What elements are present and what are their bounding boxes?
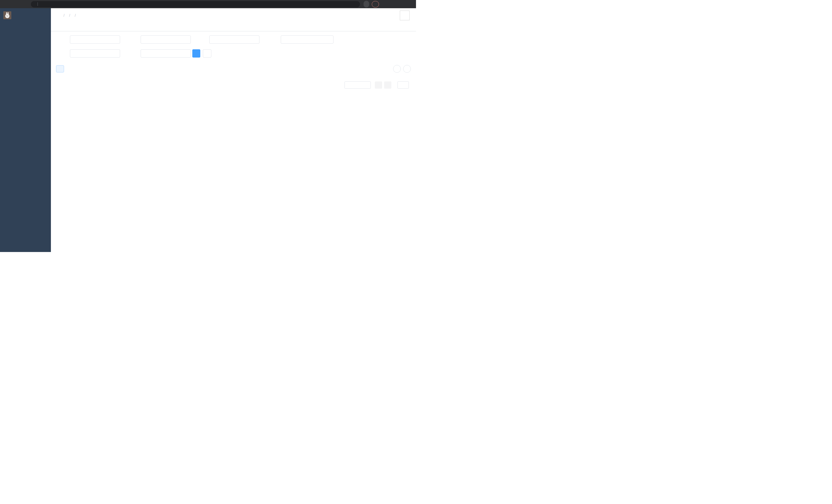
refresh-table-button[interactable] (403, 65, 411, 73)
filter-row-2 (56, 49, 411, 58)
category-select[interactable] (209, 35, 259, 44)
table-tools (393, 65, 411, 73)
table-toolbar (56, 65, 411, 73)
pagination (56, 81, 411, 89)
logo (0, 8, 51, 22)
sidebar (0, 8, 51, 252)
start-process-button[interactable] (56, 65, 64, 73)
page-size-select[interactable] (344, 81, 371, 89)
screen: / / / (0, 0, 416, 252)
breadcrumb-separator: / (69, 13, 70, 18)
browser-back-icon[interactable] (3, 1, 9, 7)
incognito-badge (364, 1, 369, 7)
update-button[interactable] (372, 1, 379, 7)
browser-home-icon[interactable] (23, 1, 29, 7)
browser-forward-icon[interactable] (9, 1, 16, 7)
reset-button[interactable] (203, 49, 211, 58)
address-divider (37, 2, 38, 6)
breadcrumb-separator: / (75, 13, 76, 18)
submit-time-range-input[interactable] (281, 35, 334, 44)
process-name-input[interactable] (70, 35, 120, 44)
status-select[interactable] (70, 49, 120, 58)
process-definition-input[interactable] (141, 35, 191, 44)
filter-row-1 (56, 35, 411, 44)
browser-reload-icon[interactable] (16, 1, 23, 7)
app-frame: / / / (0, 8, 416, 252)
address-bar[interactable] (31, 1, 360, 7)
search-button[interactable] (192, 49, 200, 58)
prev-page-button[interactable] (375, 81, 382, 89)
page-header: / / / (51, 8, 416, 23)
header-actions (378, 10, 412, 20)
goto-page-input[interactable] (397, 81, 409, 89)
avatar[interactable] (400, 10, 410, 20)
page-content (51, 31, 416, 252)
next-page-button[interactable] (384, 81, 391, 89)
tab-bar (51, 23, 416, 31)
main-area: / / / (51, 8, 416, 252)
breadcrumb-separator: / (63, 13, 64, 18)
result-select[interactable] (141, 49, 191, 58)
show-search-button[interactable] (393, 65, 401, 73)
browser-toolbar (0, 0, 416, 8)
breadcrumb: / / / (61, 13, 78, 18)
logo-image (3, 11, 11, 19)
